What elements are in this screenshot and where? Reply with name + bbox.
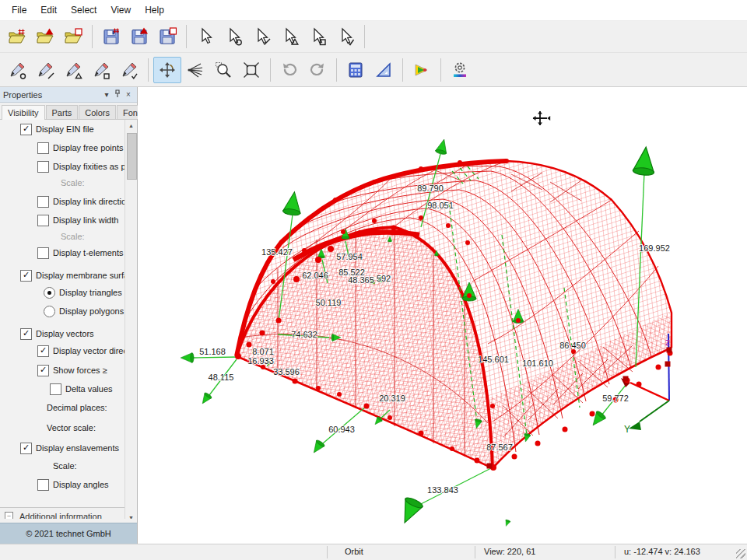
node-point	[535, 441, 541, 446]
force-value-label: 33.596	[273, 367, 300, 376]
display-ein-checkbox[interactable]: ✓	[20, 124, 32, 135]
triangle-overlay-icon	[75, 73, 81, 78]
toolbar-separator	[364, 25, 365, 48]
show-forces-label: Show forces ≥	[53, 366, 107, 375]
resize-grip[interactable]	[736, 549, 745, 558]
vectors-checkbox[interactable]: ✓	[20, 328, 32, 340]
open-triangle-button[interactable]	[31, 23, 59, 50]
menu-help[interactable]: Help	[138, 2, 171, 19]
pin-icon[interactable]	[112, 89, 123, 100]
open-hash-button[interactable]	[3, 23, 31, 50]
force-value-label: 74.632	[291, 330, 317, 339]
select-apply-button[interactable]	[331, 23, 359, 50]
t-elements-checkbox[interactable]: ✓	[37, 247, 49, 259]
force-value-label: 145.601	[478, 355, 509, 364]
draw-lines-button[interactable]	[31, 57, 59, 83]
membrane-checkbox[interactable]: ✓	[20, 270, 32, 282]
status-mode: Orbit	[345, 547, 363, 556]
force-value-label: 87.567	[486, 443, 513, 452]
run-button[interactable]	[408, 57, 436, 83]
force-value-label: 57.954	[336, 252, 363, 261]
collapse-icon[interactable]: –	[5, 512, 13, 519]
node-point	[419, 431, 424, 436]
link-width-row: ✓Display link width	[37, 212, 118, 228]
vectors-row: ✓Display vectors	[20, 326, 94, 341]
redo-button[interactable]	[303, 57, 331, 83]
save-square-button[interactable]	[153, 23, 181, 50]
additional-information-section[interactable]: –Additional information	[0, 507, 137, 519]
membrane-label: Display membrane surface:	[36, 271, 137, 280]
menu-edit[interactable]: Edit	[33, 2, 64, 19]
force-value-label: 59.772	[602, 394, 629, 403]
draw-points-button[interactable]	[3, 57, 31, 83]
scale-label: Scale:	[53, 461, 77, 471]
save-hash-button[interactable]	[97, 23, 125, 50]
square-overlay-icon	[75, 29, 82, 35]
draw-squares-button[interactable]	[87, 57, 115, 83]
scale-label: Scale:	[61, 232, 85, 241]
draw-triangles-button[interactable]	[59, 57, 87, 83]
force-value-label: 60.943	[328, 425, 355, 434]
show-forces-checkbox[interactable]: ✓	[37, 365, 49, 376]
orbit-button[interactable]	[153, 57, 181, 83]
free-points-checkbox[interactable]: ✓	[37, 142, 49, 154]
select-cursor-button[interactable]	[191, 23, 219, 50]
rays-button[interactable]	[181, 57, 209, 83]
save-triangle-button[interactable]	[125, 23, 153, 50]
close-icon[interactable]: ×	[123, 90, 134, 99]
undo-button[interactable]	[275, 57, 303, 83]
t-elements-label: Display t-elements	[53, 248, 123, 257]
panel-scrollbar[interactable]: ▲ ▼	[124, 120, 137, 519]
settings-button[interactable]	[446, 57, 474, 83]
properties-panel: Properties ▾ × Visibility Parts Colors F…	[0, 87, 138, 544]
force-value-label: 20.319	[379, 394, 405, 403]
toolbar-file-select	[0, 21, 747, 53]
force-value-label: 86.450	[559, 341, 586, 350]
measure-button[interactable]	[370, 57, 398, 83]
select-triangles-button[interactable]	[275, 23, 303, 50]
additional-information-label: Additional information	[19, 512, 102, 520]
select-lines-button[interactable]	[247, 23, 275, 50]
polygons-radio[interactable]	[44, 306, 55, 317]
menu-view[interactable]: View	[103, 2, 138, 19]
3d-viewport[interactable]: 135.42789.79098.051169.95257.95485.52262…	[138, 87, 747, 546]
display-angles-checkbox[interactable]: ✓	[37, 479, 49, 491]
node-point	[315, 257, 321, 263]
status-uv-coordinates: u: -12.474 v: 24.163	[624, 547, 700, 556]
link-direction-checkbox[interactable]: ✓	[37, 196, 49, 208]
tab-parts[interactable]: Parts	[46, 105, 79, 119]
draw-apply-button[interactable]	[115, 57, 143, 83]
fixities-checkbox[interactable]: ✓	[37, 161, 49, 173]
node-point	[475, 458, 480, 464]
link-width-checkbox[interactable]: ✓	[37, 215, 49, 226]
square-overlay-icon	[104, 74, 109, 79]
node-point	[316, 386, 321, 390]
visibility-settings: ✓Display EIN file ✓Display free points ✓…	[0, 120, 137, 519]
zoom-window-button[interactable]	[209, 57, 237, 83]
scroll-up-icon[interactable]: ▲	[125, 120, 137, 131]
panel-menu-icon[interactable]: ▾	[101, 90, 112, 99]
enslavements-checkbox[interactable]: ✓	[20, 443, 32, 454]
calculator-button[interactable]	[342, 57, 370, 83]
scroll-down-icon[interactable]: ▼	[125, 512, 137, 519]
scroll-thumb[interactable]	[127, 133, 137, 180]
square-overlay-icon	[170, 28, 177, 34]
menu-file[interactable]: File	[5, 2, 33, 19]
select-squares-button[interactable]	[303, 23, 331, 50]
zoom-extents-button[interactable]	[237, 57, 265, 83]
tab-visibility[interactable]: Visibility	[2, 105, 45, 120]
decimal-places-row: Decimal places:3	[47, 400, 137, 415]
show-forces-row: ✓Show forces ≥1	[37, 362, 137, 378]
select-points-button[interactable]	[219, 23, 247, 50]
delta-values-label: Delta values	[65, 384, 113, 394]
open-square-button[interactable]	[59, 23, 87, 50]
tab-colors[interactable]: Colors	[79, 105, 116, 119]
node-point	[504, 159, 509, 163]
triangles-radio[interactable]	[44, 287, 55, 299]
move-cursor-icon	[533, 111, 551, 126]
vector-direction-checkbox[interactable]: ✓	[37, 345, 49, 357]
force-value-label: 62.046	[302, 271, 328, 280]
menu-select[interactable]: Select	[64, 2, 103, 19]
force-value-label: 89.790	[417, 184, 444, 193]
delta-values-checkbox[interactable]: ✓	[50, 383, 61, 395]
